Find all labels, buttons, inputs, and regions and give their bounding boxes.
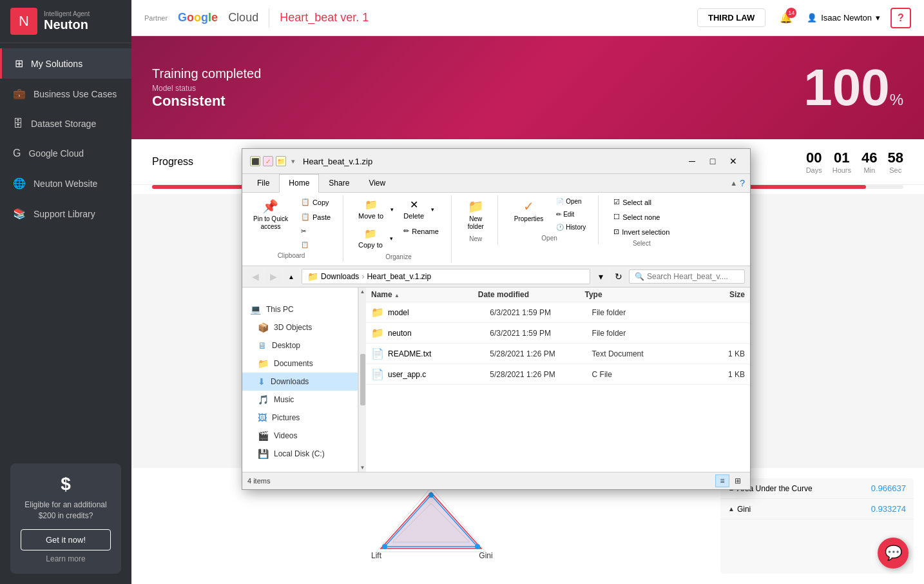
ribbon-group-open: ✓ Properties 📄 Open ✏ Edit 🕐 History Ope…	[508, 195, 599, 244]
file-type-userapp: C File	[592, 370, 694, 379]
sidebar-item-support-library[interactable]: 📚 Support Library	[0, 199, 131, 229]
sidebar-item-neuton-website[interactable]: 🌐 Neuton Website	[0, 168, 131, 199]
sidebar-item-label: Neuton Website	[34, 179, 97, 189]
help-button[interactable]: ?	[890, 8, 911, 28]
address-path[interactable]: 📁 Downloads › Heart_beat_v.1.zip	[302, 269, 590, 284]
scrollbar-thumb[interactable]	[360, 354, 365, 405]
refresh-button[interactable]: ↻	[611, 269, 626, 284]
nav-scrollbar[interactable]: ▲ ▼	[358, 287, 366, 472]
tab-view[interactable]: View	[359, 174, 395, 192]
organize-items: 📁 Move to ▾ 📁 Copy to ▾	[354, 195, 443, 252]
tab-file[interactable]: File	[247, 174, 279, 192]
nav-documents[interactable]: 📁 Documents	[242, 355, 358, 373]
scroll-down-btn[interactable]: ▼	[359, 463, 367, 472]
sidebar-item-dataset-storage[interactable]: 🗄 Dataset Storage	[0, 109, 131, 139]
edit-button[interactable]: ✏ Edit	[552, 208, 590, 220]
select-all-button[interactable]: ☑ Select all	[609, 195, 674, 209]
file-name-userapp: user_app.c	[388, 370, 490, 379]
col-date-header[interactable]: Date modified	[478, 290, 585, 299]
move-to-button[interactable]: 📁 Move to ▾	[354, 195, 396, 223]
col-type-header[interactable]: Type	[584, 290, 691, 299]
copy-path-button[interactable]: 📋	[296, 238, 335, 251]
select-all-icon: ☑	[613, 198, 620, 206]
address-bar: ◀ ▶ ▲ 📁 Downloads › Heart_beat_v.1.zip ▾…	[242, 266, 750, 287]
sidebar-item-google-cloud[interactable]: G Google Cloud	[0, 139, 131, 168]
up-button[interactable]: ▲	[284, 269, 299, 284]
ribbon-help-icon[interactable]: ?	[740, 178, 745, 188]
tab-share[interactable]: Share	[319, 174, 359, 192]
search-box[interactable]: 🔍	[629, 269, 745, 284]
search-input[interactable]	[647, 272, 739, 281]
history-button[interactable]: 🕐 History	[552, 221, 590, 233]
nav-desktop[interactable]: 🖥 Desktop	[242, 336, 358, 355]
videos-label: Videos	[274, 431, 297, 440]
chat-button[interactable]: 💬	[878, 538, 909, 569]
details-view-button[interactable]: ≡	[715, 474, 729, 487]
ribbon-collapse-btn[interactable]: ▲	[730, 179, 737, 187]
ribbon-group-new: 📁 Newfolder New	[462, 195, 498, 245]
tab-home[interactable]: Home	[279, 174, 319, 193]
promo-text: Eligible for an additional $200 in credi…	[21, 500, 111, 521]
user-avatar-icon: 👤	[807, 13, 817, 23]
minimize-button[interactable]: ─	[683, 154, 701, 168]
nav-videos[interactable]: 🎬 Videos	[242, 427, 358, 445]
col-name-header[interactable]: Name ▲	[371, 290, 478, 299]
nav-3d-objects[interactable]: 📦 3D Objects	[242, 318, 358, 336]
select-none-button[interactable]: ☐ Select none	[609, 210, 674, 224]
notification-badge: 14	[786, 8, 796, 18]
large-icons-view-button[interactable]: ⊞	[731, 474, 745, 487]
delete-icon: ✕	[410, 199, 418, 211]
sec-counter: 58 Sec	[888, 150, 903, 174]
nav-music[interactable]: 🎵 Music	[242, 391, 358, 409]
rename-button[interactable]: ✏ Rename	[399, 224, 443, 238]
nav-downloads[interactable]: ⬇ Downloads	[242, 373, 358, 391]
file-row-model[interactable]: 📁 model 6/3/2021 1:59 PM File folder	[366, 302, 750, 323]
learn-more-link[interactable]: Learn more	[21, 554, 111, 563]
local-disk-icon: 💾	[258, 449, 269, 459]
sidebar-item-label: Support Library	[34, 209, 95, 219]
nav-pictures[interactable]: 🖼 Pictures	[242, 409, 358, 427]
invert-selection-button[interactable]: ⊡ Invert selection	[609, 225, 674, 238]
cut-icon-button[interactable]: ✂	[296, 225, 335, 237]
properties-button[interactable]: ✓ Properties	[508, 195, 550, 226]
logo-title: Neuton	[44, 17, 90, 32]
open-button[interactable]: 📄 Open	[552, 195, 590, 208]
company-button[interactable]: THIRD LAW	[697, 8, 765, 27]
user-menu-button[interactable]: 👤 Isaac Newton ▾	[807, 13, 880, 23]
paste-button[interactable]: 📋 Paste	[296, 210, 335, 224]
nav-this-pc[interactable]: 💻 This PC	[242, 300, 358, 318]
copy-button[interactable]: 📋 Copy	[296, 195, 335, 209]
hours-counter: 01 Hours	[833, 150, 851, 174]
forward-button[interactable]: ▶	[265, 269, 281, 284]
pin-to-quick-access-button[interactable]: 📌 Pin to Quickaccess	[247, 195, 294, 234]
file-size-readme: 1 KB	[694, 349, 745, 358]
address-dropdown-button[interactable]: ▾	[593, 269, 608, 284]
topbar: Partner Google Cloud Heart_beat ver. 1 T…	[131, 0, 924, 36]
scroll-up-btn[interactable]: ▲	[359, 287, 367, 296]
nav-local-disk[interactable]: 💾 Local Disk (C:)	[242, 445, 358, 463]
file-row-userapp[interactable]: 📄 user_app.c 5/28/2021 1:26 PM C File 1 …	[366, 364, 750, 385]
invert-icon: ⊡	[613, 228, 619, 236]
file-row-neuton[interactable]: 📁 neuton 6/3/2021 1:59 PM File folder	[366, 323, 750, 344]
maximize-button[interactable]: □	[704, 154, 722, 168]
close-button[interactable]: ✕	[724, 154, 742, 168]
delete-button[interactable]: ✕ Delete ▾	[399, 195, 443, 223]
back-button[interactable]: ◀	[247, 269, 263, 284]
clipboard-items: 📌 Pin to Quickaccess 📋 Copy 📋 Paste ✂ 📋	[247, 195, 335, 251]
min-counter: 46 Min	[861, 150, 877, 174]
sidebar-item-my-solutions[interactable]: ⊞ My Solutions	[0, 48, 131, 79]
col-size-header[interactable]: Size	[691, 290, 745, 299]
partner-label: Partner	[144, 14, 168, 22]
notification-button[interactable]: 🔔 14	[776, 8, 796, 28]
path-folder-icon: 📁	[307, 271, 318, 282]
file-row-readme[interactable]: 📄 README.txt 5/28/2021 1:26 PM Text Docu…	[366, 344, 750, 364]
sidebar-item-label: Google Cloud	[28, 148, 84, 159]
sidebar-item-business-use-cases[interactable]: 💼 Business Use Cases	[0, 79, 131, 109]
documents-label: Documents	[274, 359, 313, 368]
new-folder-button[interactable]: 📁 Newfolder	[462, 195, 490, 234]
file-date-neuton: 6/3/2021 1:59 PM	[490, 329, 592, 338]
get-it-now-button[interactable]: Get it now!	[21, 529, 111, 550]
copy-to-button[interactable]: 📁 Copy to ▾	[354, 224, 396, 252]
dialog-body: 💻 This PC 📦 3D Objects 🖥 Desktop 📁 Docum…	[242, 287, 750, 472]
file-type-neuton: File folder	[592, 329, 694, 338]
